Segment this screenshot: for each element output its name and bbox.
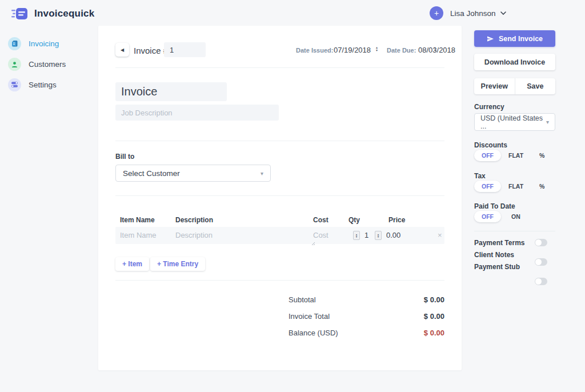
sidebar-item-label: Customers xyxy=(29,60,66,69)
discounts-label: Discounts xyxy=(474,141,507,149)
payment-terms-toggle[interactable] xyxy=(535,239,547,246)
caret-down-icon: ▾ xyxy=(546,119,549,125)
invoice-title-input[interactable] xyxy=(115,82,227,101)
back-arrow-icon: ◀ xyxy=(121,47,124,53)
preview-button[interactable]: Preview xyxy=(474,78,515,94)
col-header-cost: Cost xyxy=(313,216,328,224)
add-new-button[interactable]: + xyxy=(430,6,443,20)
download-invoice-button[interactable]: Download Invoice xyxy=(474,54,555,70)
date-due-stepper[interactable]: ▴ ▾ xyxy=(434,46,436,52)
price-stepper[interactable]: ▴ ▾ xyxy=(375,231,382,240)
job-description-input[interactable] xyxy=(115,105,279,121)
date-due-value[interactable]: 08/03/2018 xyxy=(418,46,455,54)
date-due-label: Date Due: xyxy=(387,47,416,54)
customer-select-value: Select Customer xyxy=(123,169,180,178)
tax-off-option[interactable]: OFF xyxy=(474,181,501,192)
qty-stepper[interactable]: ▴ ▾ xyxy=(353,231,360,240)
bill-to-label: Bill to xyxy=(115,153,134,161)
invoice-doc-icon xyxy=(8,37,21,50)
user-area: + Lisa Johnson xyxy=(430,6,506,20)
invoice-total-label: Invoice Total xyxy=(289,312,330,321)
divider xyxy=(115,280,444,281)
invoice-card: ◀ Invoice # Date Issued: 07/19/2018 ▴ ▾ … xyxy=(98,26,462,370)
caret-down-icon: ▾ xyxy=(261,170,263,177)
stepper-down-icon: ▾ xyxy=(356,235,358,238)
brand: Invoicequick xyxy=(11,7,94,21)
stepper-down-icon: ▾ xyxy=(376,49,378,52)
logo-icon xyxy=(11,7,29,21)
save-button[interactable]: Save xyxy=(515,78,556,94)
date-issued-label: Date Issued: xyxy=(296,47,333,54)
sidebar-item-label: Invoicing xyxy=(29,39,59,48)
date-issued-stepper[interactable]: ▴ ▾ xyxy=(376,46,378,52)
sidebar-item-customers[interactable]: Customers xyxy=(8,57,94,71)
add-time-entry-button[interactable]: + Time Entry xyxy=(150,257,205,271)
item-name-input[interactable] xyxy=(120,231,171,239)
payment-stub-label: Payment Stub xyxy=(474,263,520,271)
item-description-input[interactable] xyxy=(175,231,304,239)
plus-icon: + xyxy=(434,9,439,18)
currency-select-value: USD (United States ... xyxy=(480,114,546,130)
stepper-down-icon: ▾ xyxy=(434,49,436,52)
person-icon xyxy=(8,58,21,71)
item-price-input[interactable] xyxy=(386,231,411,239)
date-issued-value[interactable]: 07/19/2018 xyxy=(334,46,371,54)
user-name: Lisa Johnson xyxy=(450,9,496,18)
tax-percent-option[interactable]: % xyxy=(539,183,544,190)
payment-terms-label: Payment Terms xyxy=(474,239,524,247)
client-notes-label: Client Notes xyxy=(474,251,514,259)
invoice-total-value: $ 0.00 xyxy=(424,312,444,321)
client-notes-toggle[interactable] xyxy=(535,258,547,266)
back-button[interactable]: ◀ xyxy=(115,43,129,57)
sidebar-item-settings[interactable]: Settings xyxy=(8,78,94,91)
balance-value: $ 0.00 xyxy=(424,329,444,337)
paid-to-date-off-option[interactable]: OFF xyxy=(474,211,501,222)
invoice-number-label: Invoice # xyxy=(134,46,168,55)
discounts-percent-option[interactable]: % xyxy=(539,152,544,159)
sidebar-item-invoicing[interactable]: Invoicing xyxy=(8,37,94,50)
invoice-number-input[interactable] xyxy=(164,42,206,57)
item-cost-input[interactable] xyxy=(313,231,336,239)
send-invoice-button[interactable]: Send Invoice xyxy=(474,30,555,47)
col-header-description: Description xyxy=(175,216,213,224)
col-header-qty: Qty xyxy=(348,216,360,224)
paid-to-date-label: Paid To Date xyxy=(474,202,515,210)
send-invoice-label: Send Invoice xyxy=(499,35,543,43)
divider xyxy=(474,231,555,231)
add-item-button[interactable]: + Item xyxy=(115,257,149,271)
sliders-icon xyxy=(8,78,21,91)
remove-row-icon[interactable]: × xyxy=(438,231,442,239)
customer-select[interactable]: Select Customer ▾ xyxy=(115,165,271,182)
currency-label: Currency xyxy=(474,103,504,111)
col-header-item-name: Item Name xyxy=(120,216,155,224)
tax-flat-option[interactable]: FLAT xyxy=(508,183,523,190)
subtotal-value: $ 0.00 xyxy=(424,295,444,304)
discounts-flat-option[interactable]: FLAT xyxy=(508,152,523,159)
currency-select[interactable]: USD (United States ... ▾ xyxy=(474,113,555,131)
divider xyxy=(115,141,444,141)
divider xyxy=(115,67,444,68)
stepper-down-icon: ▾ xyxy=(378,235,379,238)
user-menu[interactable]: Lisa Johnson xyxy=(450,9,506,18)
balance-label: Balance (USD) xyxy=(289,329,338,337)
chevron-down-icon xyxy=(500,11,506,15)
col-header-price: Price xyxy=(388,216,405,224)
send-icon xyxy=(487,35,494,42)
item-qty-input[interactable] xyxy=(364,231,375,239)
preview-save-group: Preview Save xyxy=(474,78,555,94)
brand-name: Invoicequick xyxy=(34,8,94,19)
sidebar: Invoicing Customers Settings xyxy=(8,37,94,98)
sidebar-item-label: Settings xyxy=(29,81,57,89)
payment-stub-toggle[interactable] xyxy=(535,278,547,285)
tax-label: Tax xyxy=(474,172,486,180)
paid-to-date-on-option[interactable]: ON xyxy=(511,213,520,220)
subtotal-label: Subtotal xyxy=(289,295,316,304)
discounts-off-option[interactable]: OFF xyxy=(474,150,501,161)
divider xyxy=(115,195,444,196)
